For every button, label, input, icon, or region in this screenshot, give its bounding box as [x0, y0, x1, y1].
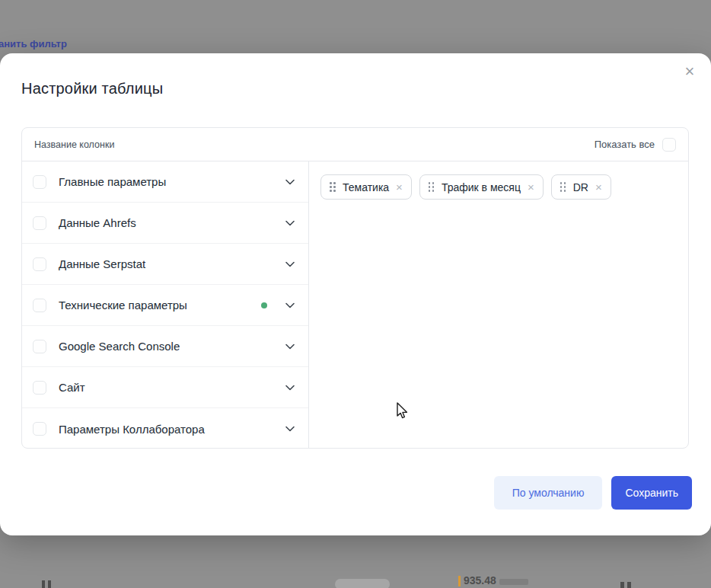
close-icon[interactable]: × — [681, 62, 699, 81]
price-fragment: 935.48 — [458, 574, 528, 586]
status-dot — [261, 302, 267, 308]
category-checkbox[interactable] — [33, 299, 46, 312]
selected-columns-list: Тематика × Трафик в месяц × DR × — [320, 174, 677, 200]
column-chip[interactable]: Тематика × — [320, 174, 412, 200]
clipped-text-fragment — [48, 580, 51, 588]
category-checkbox[interactable] — [33, 340, 46, 353]
panel-body: Главные параметры Данные Ahrefs Данные S… — [22, 161, 688, 448]
category-row[interactable]: Google Search Console — [22, 326, 308, 367]
category-label: Google Search Console — [59, 340, 272, 353]
category-checkbox[interactable] — [33, 381, 46, 395]
column-chip[interactable]: Трафик в месяц × — [419, 174, 544, 200]
clipped-text-fragment — [499, 579, 528, 585]
price-value: 935.48 — [464, 574, 496, 586]
category-row[interactable]: Параметры Коллаборатора — [22, 408, 308, 449]
category-row[interactable]: Технические параметры — [22, 285, 308, 326]
chevron-down-icon[interactable] — [284, 340, 296, 353]
chevron-down-icon[interactable] — [284, 176, 296, 188]
chevron-down-icon[interactable] — [284, 382, 296, 394]
category-checkbox[interactable] — [33, 216, 46, 230]
category-row[interactable]: Данные Serpstat — [22, 244, 308, 285]
chevron-down-icon[interactable] — [284, 299, 296, 312]
category-checkbox[interactable] — [33, 257, 46, 271]
category-label: Параметры Коллаборатора — [59, 423, 272, 436]
drag-handle-icon[interactable] — [429, 182, 435, 192]
category-row[interactable]: Главные параметры — [22, 161, 308, 203]
category-label: Данные Serpstat — [59, 257, 272, 270]
category-row[interactable]: Данные Ahrefs — [22, 203, 308, 244]
category-row[interactable]: Сайт — [22, 367, 308, 408]
remove-chip-icon[interactable]: × — [528, 181, 534, 193]
column-chip-label: DR — [573, 181, 588, 193]
category-checkbox[interactable] — [33, 422, 46, 436]
show-all-label: Показать все — [595, 139, 655, 150]
background-table-row: 935.48 — [0, 576, 711, 588]
panel-header: Название колонки Показать все — [22, 128, 688, 161]
save-button[interactable]: Сохранить — [611, 476, 692, 510]
category-label: Технические параметры — [59, 299, 249, 312]
column-name-label: Название колонки — [34, 139, 114, 150]
category-label: Главные параметры — [59, 175, 272, 188]
category-list: Главные параметры Данные Ahrefs Данные S… — [22, 161, 309, 448]
drag-handle-icon[interactable] — [560, 182, 566, 192]
drag-handle-icon[interactable] — [330, 182, 336, 192]
chevron-down-icon[interactable] — [284, 423, 296, 435]
column-chip-label: Трафик в месяц — [442, 181, 521, 193]
category-checkbox[interactable] — [33, 175, 46, 189]
category-label: Сайт — [59, 381, 272, 394]
clipped-text-fragment — [620, 582, 624, 588]
price-marker-bar — [458, 576, 461, 586]
show-all-checkbox[interactable] — [662, 138, 676, 152]
modal-footer: По умолчанию Сохранить — [494, 476, 692, 510]
clipped-text-fragment — [627, 582, 631, 588]
selected-columns-panel: Тематика × Трафик в месяц × DR × — [309, 161, 688, 448]
remove-chip-icon[interactable]: × — [396, 181, 403, 193]
chevron-down-icon[interactable] — [284, 217, 296, 229]
modal-title: Настройки таблицы — [21, 80, 163, 97]
column-chip-label: Тематика — [343, 181, 389, 193]
clipped-text-fragment — [42, 580, 45, 588]
clipped-badge — [335, 579, 390, 588]
default-button[interactable]: По умолчанию — [494, 476, 603, 510]
table-settings-modal: × Настройки таблицы Название колонки Пок… — [0, 53, 711, 535]
columns-panel: Название колонки Показать все Главные па… — [21, 127, 689, 449]
save-filter-link[interactable]: анить фильтр — [0, 38, 67, 50]
column-chip[interactable]: DR × — [551, 174, 611, 200]
chevron-down-icon[interactable] — [284, 258, 296, 270]
category-label: Данные Ahrefs — [59, 216, 272, 229]
remove-chip-icon[interactable]: × — [595, 181, 602, 193]
show-all-control: Показать все — [595, 138, 676, 152]
